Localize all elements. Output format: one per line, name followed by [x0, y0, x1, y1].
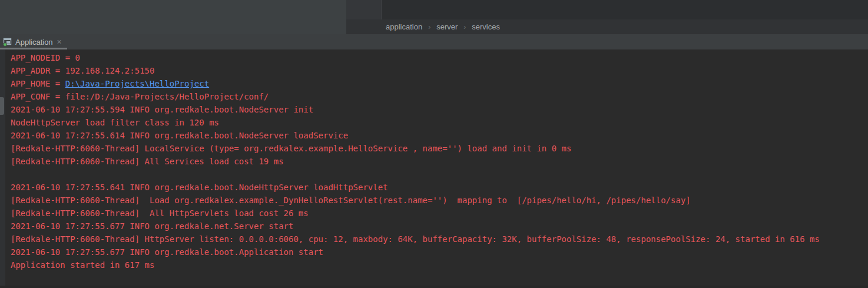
console-line: 2021-06-10 17:27:55.641 INFO org.redkale… [11, 181, 820, 194]
console-line [11, 168, 820, 181]
breadcrumb-item-application[interactable]: application [386, 22, 422, 31]
editor-panel-left [0, 0, 346, 34]
console-log: APP_NODEID = 0APP_ADDR = 192.168.124.2:5… [11, 51, 820, 272]
console-line: 2021-06-10 17:27:55.677 INFO org.redkale… [11, 246, 820, 259]
console-gutter [0, 49, 5, 288]
console-line: 2021-06-10 17:27:55.594 INFO org.redkale… [11, 103, 820, 116]
tab-application[interactable]: Application × [0, 34, 67, 49]
console-line: [Redkale-HTTP:6060-Thread] LocalService … [11, 142, 820, 155]
console-line: [Redkale-HTTP:6060-Thread] Load org.redk… [11, 194, 820, 207]
console-tab-bar: Application × [0, 34, 868, 49]
console-line: APP_ADDR = 192.168.124.2:5150 [11, 64, 820, 77]
chevron-right-icon: › [463, 23, 466, 31]
editor-panel-right [381, 0, 868, 19]
scrollbar-thumb[interactable] [0, 97, 4, 115]
console-line: Application started in 617 ms [11, 259, 820, 272]
console-line: APP_CONF = file:/D:/Java-Projects/HelloP… [11, 90, 820, 103]
close-icon[interactable]: × [57, 38, 62, 46]
console-line: [Redkale-HTTP:6060-Thread] All Services … [11, 155, 820, 168]
console-line: 2021-06-10 17:27:55.614 INFO org.redkale… [11, 129, 820, 142]
file-link[interactable]: D:\Java-Projects\HelloProject [65, 79, 209, 88]
console-line: NodeHttpServer load filter class in 120 … [11, 116, 820, 129]
console-line: [Redkale-HTTP:6060-Thread] HttpServer li… [11, 233, 820, 246]
run-console-icon [3, 37, 12, 47]
console-line: APP_HOME = D:\Java-Projects\HelloProject [11, 77, 820, 90]
breadcrumb-item-services[interactable]: services [472, 22, 500, 31]
console-line: APP_NODEID = 0 [11, 51, 820, 64]
tab-label: Application [15, 38, 53, 47]
console-line: 2021-06-10 17:27:55.677 INFO org.redkale… [11, 220, 820, 233]
editor-panel-middle [346, 0, 381, 19]
console-line: [Redkale-HTTP:6060-Thread] All HttpServl… [11, 207, 820, 220]
breadcrumb: application›server›services [346, 19, 868, 34]
bottom-edge [0, 286, 868, 288]
breadcrumb-item-server[interactable]: server [436, 22, 458, 31]
console-line-prefix: APP_HOME = [11, 79, 65, 88]
chevron-right-icon: › [428, 23, 430, 31]
